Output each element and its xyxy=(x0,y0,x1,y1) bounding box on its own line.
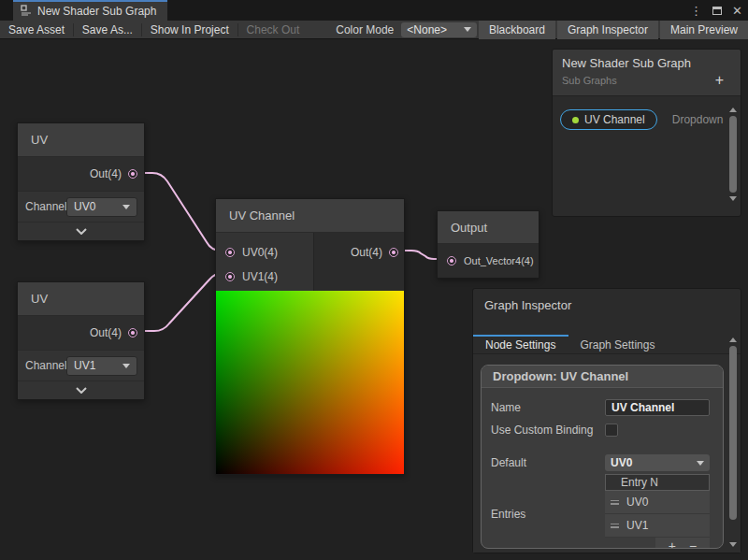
port-label: UV1(4) xyxy=(242,270,278,283)
port-label: Out(4) xyxy=(90,167,122,180)
chevron-down-icon xyxy=(122,364,130,368)
remove-entry-button[interactable]: − xyxy=(689,539,697,549)
chevron-down-icon xyxy=(76,228,87,235)
inspector-scrollbar[interactable] xyxy=(727,337,738,547)
node-uv-channel[interactable]: UV Channel UV0(4) UV1(4) Out(4) xyxy=(215,198,405,475)
node-title[interactable]: UV Channel xyxy=(216,199,404,233)
default-dropdown[interactable]: UV0 xyxy=(605,454,710,471)
port-label: Out(4) xyxy=(351,246,382,259)
port-label: Out(4) xyxy=(90,326,122,339)
channel-label: Channel xyxy=(25,359,66,372)
node-uv-1[interactable]: UV Out(4) Channel UV0 xyxy=(17,122,145,241)
add-property-button[interactable]: + xyxy=(715,73,731,88)
channel-dropdown[interactable]: UV1 xyxy=(66,356,137,376)
more-icon[interactable]: ⋮ xyxy=(690,5,702,17)
close-icon[interactable]: ✕ xyxy=(732,5,742,17)
shader-graph-icon xyxy=(21,3,32,20)
name-input[interactable]: UV Channel xyxy=(605,399,710,416)
drag-handle-icon[interactable] xyxy=(611,524,619,528)
inspector-title: Graph Inspector xyxy=(473,289,741,312)
input-port-out-vector4[interactable] xyxy=(447,256,456,266)
port-label: UV0(4) xyxy=(242,246,278,259)
property-name: UV Channel xyxy=(584,113,645,126)
input-port-uv1[interactable] xyxy=(225,272,235,281)
add-entry-button[interactable]: + xyxy=(669,539,676,549)
node-uv-2[interactable]: UV Out(4) Channel UV1 xyxy=(17,281,145,400)
chevron-down-icon xyxy=(464,27,471,32)
blackboard-item-row[interactable]: UV Channel Dropdown xyxy=(553,106,741,134)
scroll-up-icon[interactable] xyxy=(729,337,737,342)
output-port[interactable] xyxy=(128,169,137,179)
scroll-down-icon[interactable] xyxy=(729,542,737,547)
node-title[interactable]: Output xyxy=(438,211,539,244)
toolbar: Save Asset Save As... Show In Project Ch… xyxy=(0,21,748,39)
check-out-button: Check Out xyxy=(238,23,309,36)
drag-handle-icon[interactable] xyxy=(611,500,619,505)
save-as-button[interactable]: Save As... xyxy=(74,23,141,36)
entries-header: Entry N xyxy=(605,474,710,491)
blackboard-subtitle: Sub Graphs xyxy=(562,75,715,86)
entries-label: Entries xyxy=(491,508,605,521)
graph-inspector-panel: Graph Inspector Node Settings Graph Sett… xyxy=(472,288,741,553)
output-port[interactable] xyxy=(389,248,398,257)
blackboard-title: New Shader Sub Graph xyxy=(562,56,731,70)
name-label: Name xyxy=(491,401,605,414)
property-type: Dropdown xyxy=(672,113,724,126)
collapse-button[interactable] xyxy=(18,222,144,240)
property-pill-uv-channel[interactable]: UV Channel xyxy=(560,109,657,130)
use-custom-binding-checkbox[interactable] xyxy=(605,424,618,437)
chevron-down-icon xyxy=(76,387,87,394)
channel-dropdown[interactable]: UV0 xyxy=(66,197,137,217)
tab-new-shader-sub-graph[interactable]: New Shader Sub Graph xyxy=(13,0,167,21)
save-asset-button[interactable]: Save Asset xyxy=(0,23,73,36)
node-output[interactable]: Output Out_Vector4(4) xyxy=(437,210,539,279)
graph-canvas[interactable]: UV Out(4) Channel UV0 UV Out(4) Channel xyxy=(0,39,748,560)
scrollbar-thumb[interactable] xyxy=(729,346,737,520)
chevron-down-icon xyxy=(697,461,704,466)
node-title[interactable]: UV xyxy=(18,123,144,157)
chevron-down-icon xyxy=(122,205,130,209)
tab-graph-settings[interactable]: Graph Settings xyxy=(568,337,667,353)
uv-preview xyxy=(216,291,404,474)
scroll-down-icon[interactable] xyxy=(729,196,737,201)
graph-inspector-toggle-button[interactable]: Graph Inspector xyxy=(557,21,658,39)
maximize-icon[interactable] xyxy=(712,7,722,15)
tab-title: New Shader Sub Graph xyxy=(37,5,156,18)
color-mode-dropdown[interactable]: <None> xyxy=(401,22,477,37)
tab-node-settings[interactable]: Node Settings xyxy=(473,337,568,353)
dropdown-settings-box: Dropdown: UV Channel Name UV Channel Use… xyxy=(481,365,724,549)
main-preview-toggle-button[interactable]: Main Preview xyxy=(660,21,748,39)
blackboard-panel: New Shader Sub Graph Sub Graphs + UV Cha… xyxy=(552,49,741,217)
color-mode-label: Color Mode xyxy=(308,23,401,36)
settings-box-header: Dropdown: UV Channel xyxy=(482,366,723,388)
node-title[interactable]: UV xyxy=(18,282,144,316)
port-label: Out_Vector4(4) xyxy=(464,255,534,266)
show-in-project-button[interactable]: Show In Project xyxy=(142,23,237,36)
collapse-button[interactable] xyxy=(18,381,144,399)
channel-label: Channel xyxy=(25,200,66,213)
entry-row-uv0[interactable]: UV0 xyxy=(605,491,710,514)
default-label: Default xyxy=(491,456,605,469)
exposed-dot-icon xyxy=(572,117,579,123)
output-port[interactable] xyxy=(128,328,137,337)
tab-bar: New Shader Sub Graph ⋮ ✕ xyxy=(0,0,748,21)
scroll-up-icon[interactable] xyxy=(729,108,737,112)
use-custom-binding-label: Use Custom Binding xyxy=(491,424,605,452)
blackboard-scrollbar[interactable] xyxy=(727,108,738,212)
scrollbar-thumb[interactable] xyxy=(729,116,737,193)
entry-row-uv1[interactable]: UV1 xyxy=(605,514,710,538)
input-port-uv0[interactable] xyxy=(225,248,235,257)
blackboard-toggle-button[interactable]: Blackboard xyxy=(479,21,555,39)
